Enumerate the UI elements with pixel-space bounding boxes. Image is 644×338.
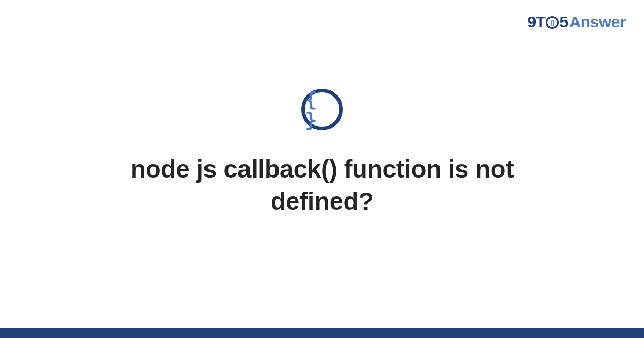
code-braces-icon: { }	[301, 89, 343, 130]
content-area: { } node js callback() function is not d…	[0, 0, 644, 338]
footer-accent-bar	[0, 328, 644, 338]
question-title: node js callback() function is not defin…	[80, 153, 564, 217]
braces-glyph: { }	[305, 89, 339, 130]
